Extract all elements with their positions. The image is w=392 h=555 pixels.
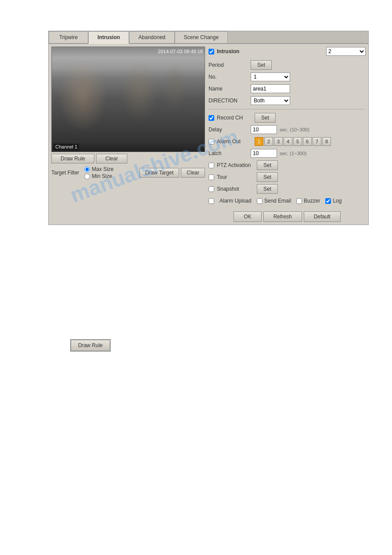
alarm-out-row: Alarm Out 1 2 3 4 5 6 7 8 [209,137,366,146]
no-select[interactable]: 1 2 3 [251,73,290,81]
divider-1 [209,109,366,109]
alarm-upload-row: Alarm Upload Send Email Buzzer Log [209,196,366,206]
target-filter-label: Target Filter [51,170,79,176]
radio-group: Max Size Min Size [84,166,113,179]
draw-rule-button[interactable]: Draw Rule [51,154,94,163]
tour-row: Tour Set [209,172,366,182]
ptz-set-button[interactable]: Set [257,160,278,170]
delay-label: Delay [209,127,248,133]
delay-row: Delay sec. (10~300) [209,125,366,134]
buzzer-row[interactable]: Buzzer [296,198,320,204]
alarm-upload-checkbox[interactable] [209,198,214,204]
direction-row: DIRECTION Both Enter Exit [209,96,366,105]
ok-button[interactable]: OK [234,211,261,222]
bottom-draw-rule-button[interactable]: Draw Rule [70,339,111,352]
intrusion-checkbox[interactable] [209,49,214,54]
video-timestamp: 2014-07-03 09:49:18 [158,49,203,54]
target-filter-row: Target Filter Max Size Min Size Draw Tar… [51,166,205,179]
right-panel: Intrusion 2 1 3 4 Period Set No. [209,47,366,222]
buzzer-checkbox[interactable] [296,198,302,204]
log-checkbox[interactable] [325,198,331,204]
log-row[interactable]: Log [325,198,342,204]
no-row: No. 1 2 3 [209,72,366,82]
log-label: Log [333,198,342,204]
alarm-btn-7[interactable]: 7 [313,137,321,146]
intrusion-header: Intrusion 2 1 3 4 [209,47,366,56]
refresh-button[interactable]: Refresh [263,211,302,222]
latch-row: Latch sec. (1~300) [209,149,366,158]
intrusion-number-select[interactable]: 2 1 3 4 [326,47,366,56]
direction-select[interactable]: Both Enter Exit [251,96,290,105]
min-size-label: Min Size [92,173,112,179]
name-row: Name [209,84,366,94]
record-ch-row: Record CH Set [209,113,366,123]
latch-input[interactable] [251,149,277,158]
min-size-radio[interactable]: Min Size [84,173,113,179]
clear-button[interactable]: Clear [96,154,127,163]
send-email-row[interactable]: Send Email [257,198,291,204]
period-row: Period Set [209,60,366,70]
period-label: Period [209,62,248,68]
video-channel-label: Channel 1 [54,144,79,150]
alarm-btn-5[interactable]: 5 [293,137,302,146]
panel-content: 2014-07-03 09:49:18 Channel 1 Draw Rule … [49,44,368,225]
target-btns: Draw Target Clear [140,168,205,178]
delay-input[interactable] [251,125,277,134]
tour-set-button[interactable]: Set [257,172,278,182]
send-email-checkbox[interactable] [257,198,263,204]
video-scene [52,47,205,152]
alarm-btn-1[interactable]: 1 [255,137,263,146]
alarm-btn-3[interactable]: 3 [274,137,283,146]
bottom-draw-rule-area: Draw Rule [70,339,344,352]
name-label: Name [209,86,248,92]
video-feed: 2014-07-03 09:49:18 Channel 1 [51,47,205,152]
alarm-btn-2[interactable]: 2 [264,137,273,146]
tab-scene-change[interactable]: Scene Change [175,31,228,43]
bottom-buttons: OK Refresh Default [209,211,366,222]
alarm-out-checkbox[interactable] [209,139,214,145]
name-input[interactable] [251,84,290,93]
default-button[interactable]: Default [304,211,341,222]
alarm-upload-label: Alarm Upload [219,198,252,204]
max-size-radio[interactable]: Max Size [84,166,113,172]
latch-label: Latch [209,150,248,156]
intrusion-label: Intrusion [217,48,239,54]
alarm-btn-6[interactable]: 6 [303,137,312,146]
latch-sec-label: sec. (1~300) [280,151,306,156]
snapshot-checkbox[interactable] [209,186,214,192]
record-ch-label: Record CH [217,115,252,121]
snapshot-set-button[interactable]: Set [257,184,278,194]
record-ch-checkbox[interactable] [209,115,214,121]
draw-clear-row: Draw Rule Clear [51,154,205,163]
left-panel: 2014-07-03 09:49:18 Channel 1 Draw Rule … [51,47,205,222]
tab-intrusion[interactable]: Intrusion [88,31,129,44]
alarm-buttons: 1 2 3 4 5 6 7 8 [255,137,331,146]
ptz-checkbox[interactable] [209,163,214,168]
ptz-label: PTZ Activation [217,162,254,168]
send-email-label: Send Email [264,198,291,204]
delay-sec-label: sec. (10~300) [280,127,309,132]
tab-bar: Tripwire Intrusion Abandoned Scene Chang… [49,31,368,44]
max-size-label: Max Size [92,166,113,172]
no-label: No. [209,74,248,80]
period-set-button[interactable]: Set [251,60,272,70]
snapshot-row: Snapshot Set [209,184,366,194]
ptz-row: PTZ Activation Set [209,160,366,170]
draw-target-button[interactable]: Draw Target [140,168,179,178]
snapshot-label: Snapshot [217,186,254,192]
tour-label: Tour [217,174,254,180]
record-ch-set-button[interactable]: Set [255,113,276,123]
max-size-input[interactable] [84,167,90,172]
tab-abandoned[interactable]: Abandoned [129,31,174,43]
alarm-btn-4[interactable]: 4 [284,137,292,146]
direction-label: DIRECTION [209,98,248,104]
tour-checkbox[interactable] [209,174,214,180]
main-panel: Tripwire Intrusion Abandoned Scene Chang… [48,31,369,225]
alarm-out-label: Alarm Out [217,138,252,145]
min-size-input[interactable] [84,174,90,179]
alarm-btn-8[interactable]: 8 [322,137,331,146]
tab-tripwire[interactable]: Tripwire [49,31,88,43]
buzzer-label: Buzzer [304,198,320,204]
clear-target-button[interactable]: Clear [181,168,205,178]
